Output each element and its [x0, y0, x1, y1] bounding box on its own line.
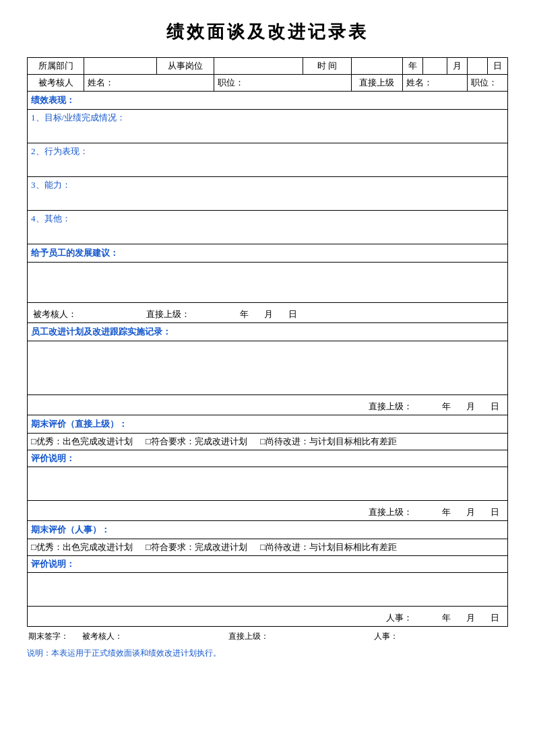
footer-hr-label: 人事： [374, 631, 507, 642]
section4-options-row: □优秀：出色完成改进计划 □符合要求：完成改进计划 □尚待改进：与计划目标相比有… [28, 434, 508, 450]
section1-header: 绩效表现： [28, 92, 508, 110]
section1-item3-row: 3、能力： [28, 177, 508, 211]
section4-header-row: 期末评价（直接上级）： [28, 415, 508, 434]
section5-header: 期末评价（人事）： [28, 521, 508, 539]
reviewee-name: 姓名： [84, 75, 214, 92]
section1-item2: 2、行为表现： [28, 143, 508, 177]
section3-content-row [28, 341, 508, 395]
subject-label: 被考核人 [28, 75, 84, 92]
section5-sign: 人事： 年 月 日 [28, 607, 508, 627]
section2-content-row [28, 263, 508, 303]
month-label: 月 [447, 58, 467, 75]
section3-year: 年 [442, 401, 451, 411]
day-value [467, 58, 487, 75]
footer-supervisor-label: 直接上级： [228, 631, 361, 642]
section4-day: 日 [491, 507, 499, 517]
section1-item3: 3、能力： [28, 177, 508, 211]
footer-sign-label: 期末签字： [28, 631, 69, 642]
section4-option3: □尚待改进：与计划目标相比有差距 [260, 436, 397, 446]
section4-year: 年 [442, 507, 451, 517]
footer-note: 说明：本表运用于正式绩效面谈和绩效改进计划执行。 [27, 648, 508, 659]
day-label: 日 [487, 58, 507, 75]
section4-comment-header-row: 评价说明： [28, 450, 508, 467]
header-row-1: 所属部门 从事岗位 时 间 年 月 日 [28, 58, 508, 75]
section4-comment [28, 467, 508, 501]
section5-options: □优秀：出色完成改进计划 □符合要求：完成改进计划 □尚待改进：与计划目标相比有… [28, 539, 508, 556]
section1-item4-row: 4、其他： [28, 211, 508, 244]
section5-header-row: 期末评价（人事）： [28, 521, 508, 539]
section5-comment-label: 评价说明： [28, 556, 508, 573]
section4-option1: □优秀：出色完成改进计划 [31, 436, 133, 446]
year-label: 年 [402, 58, 422, 75]
section3-header-row: 员工改进计划及改进跟踪实施记录： [28, 323, 508, 341]
section4-header: 期末评价（直接上级）： [28, 415, 508, 434]
section3-sign-row: 直接上级： 年 月 日 [28, 395, 508, 415]
section2-sign-row: 被考核人： 直接上级： 年 月 日 [28, 303, 508, 323]
section3-header: 员工改进计划及改进跟踪实施记录： [28, 323, 508, 341]
section1-item1: 1、目标/业绩完成情况： [28, 110, 508, 143]
section5-comment-row [28, 573, 508, 607]
section3-supervisor-sign: 直接上级： [369, 401, 412, 411]
section3-month: 月 [466, 401, 475, 411]
section4-sign: 直接上级： 年 月 日 [28, 501, 508, 521]
section5-option3: □尚待改进：与计划目标相比有差距 [260, 542, 397, 552]
dept-label: 所属部门 [28, 58, 84, 75]
section2-header-row: 给予员工的发展建议： [28, 244, 508, 263]
section1-item2-row: 2、行为表现： [28, 143, 508, 177]
section2-supervisor-sign: 直接上级： [146, 308, 190, 320]
main-table: 所属部门 从事岗位 时 间 年 月 日 被考核人 姓名： 职位： 直接上级 姓名… [27, 57, 508, 627]
year-value [351, 58, 402, 75]
section4-options: □优秀：出色完成改进计划 □符合要求：完成改进计划 □尚待改进：与计划目标相比有… [28, 434, 508, 450]
section4-month: 月 [466, 507, 475, 517]
section3-content [28, 341, 508, 395]
section4-comment-row [28, 467, 508, 501]
section1-header-row: 绩效表现： [28, 92, 508, 110]
section2-month: 月 [264, 309, 273, 319]
section2-content [28, 263, 508, 303]
time-label: 时 间 [303, 58, 351, 75]
section3-day: 日 [491, 401, 499, 411]
footer-sign-row: 期末签字： 被考核人： 直接上级： 人事： [27, 631, 508, 642]
section5-sign-row: 人事： 年 月 日 [28, 607, 508, 627]
section2-header: 给予员工的发展建议： [28, 244, 508, 263]
position-label: 从事岗位 [157, 58, 214, 75]
section4-option2: □符合要求：完成改进计划 [146, 436, 247, 446]
section5-day: 日 [491, 613, 499, 623]
supervisor-title: 职位： [467, 75, 507, 92]
section1-item4: 4、其他： [28, 211, 508, 244]
section5-option2: □符合要求：完成改进计划 [146, 542, 247, 552]
section4-supervisor-sign: 直接上级： [369, 507, 412, 517]
footer-reviewee-label: 被考核人： [82, 631, 215, 642]
position-value [214, 58, 303, 75]
section5-comment-header-row: 评价说明： [28, 556, 508, 573]
section2-day: 日 [288, 309, 297, 319]
section2-year: 年 [240, 309, 249, 319]
section5-options-row: □优秀：出色完成改进计划 □符合要求：完成改进计划 □尚待改进：与计划目标相比有… [28, 539, 508, 556]
section5-hr-sign: 人事： [386, 613, 412, 623]
section2-reviewee-sign: 被考核人： [33, 308, 77, 320]
section2-sign: 被考核人： 直接上级： 年 月 日 [28, 303, 508, 323]
reviewee-title: 职位： [214, 75, 351, 92]
header-row-2: 被考核人 姓名： 职位： 直接上级 姓名： 职位： [28, 75, 508, 92]
page-title: 绩效面谈及改进记录表 [27, 20, 508, 44]
section4-comment-label: 评价说明： [28, 450, 508, 467]
section5-month: 月 [466, 613, 475, 623]
section5-comment [28, 573, 508, 607]
section3-sign: 直接上级： 年 月 日 [28, 395, 508, 415]
month-value [422, 58, 447, 75]
section4-sign-row: 直接上级： 年 月 日 [28, 501, 508, 521]
supervisor-name: 姓名： [402, 75, 467, 92]
supervisor-label: 直接上级 [351, 75, 402, 92]
section5-option1: □优秀：出色完成改进计划 [31, 542, 133, 552]
section5-year: 年 [442, 613, 451, 623]
section1-item1-row: 1、目标/业绩完成情况： [28, 110, 508, 143]
dept-value [84, 58, 157, 75]
